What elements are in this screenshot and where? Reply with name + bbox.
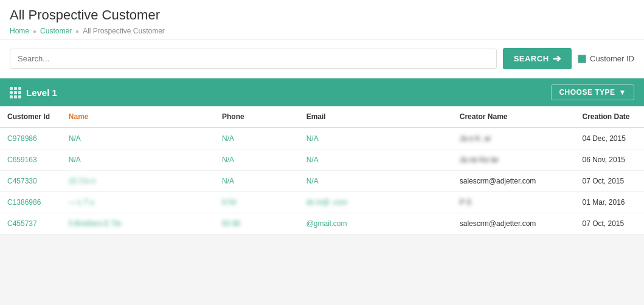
cell-name: 1C Co n <box>61 171 215 192</box>
cell-phone: N/A <box>215 171 299 192</box>
customer-id-label: Customer ID <box>590 54 634 63</box>
cell-phone: N/A <box>215 149 299 171</box>
cell-email: N/A <box>299 149 452 171</box>
search-input[interactable] <box>10 49 497 69</box>
search-button-label: SEARCH <box>514 54 549 63</box>
cell-date: 04 Dec, 2015 <box>575 128 644 149</box>
col-header-date: Creation Date <box>575 106 644 128</box>
cell-creator: Ja ne Ke lar <box>452 149 575 171</box>
table-header-bar: Level 1 CHOOSE TYPE ▼ <box>0 78 644 106</box>
breadcrumb-sep-1: ● <box>33 28 36 35</box>
cell-customer-id[interactable]: C1386986 <box>0 192 61 213</box>
cell-creator: P S <box>452 192 575 213</box>
page-title: All Prospective Customer <box>10 7 634 23</box>
cell-creator: salescrm@adjetter.com <box>452 171 575 192</box>
cell-phone: 9 54 <box>215 192 299 213</box>
cell-customer-id[interactable]: C455737 <box>0 213 61 235</box>
cell-email: @gmail.com <box>299 213 452 235</box>
choose-type-button[interactable]: CHOOSE TYPE ▼ <box>551 84 634 100</box>
cell-creator: salescrm@adjetter.com <box>452 213 575 235</box>
col-header-customerid: Customer Id <box>0 106 61 128</box>
cell-name: N/A <box>61 149 215 171</box>
breadcrumb-current: All Prospective Customer <box>83 27 165 35</box>
cell-name: — L T u <box>61 192 215 213</box>
search-bar: SEARCH ➔ Customer ID <box>0 39 644 78</box>
cell-phone: 93 98 <box>215 213 299 235</box>
breadcrumb-home[interactable]: Home <box>10 27 29 35</box>
page-header: All Prospective Customer Home ● Customer… <box>0 0 644 39</box>
col-header-creator: Creator Name <box>452 106 575 128</box>
table-row: C659163N/AN/AN/AJa ne Ke lar06 Nov, 2015 <box>0 149 644 171</box>
cell-creator: Ja e K. ar <box>452 128 575 149</box>
table-row: C4557375 Brothers E Tle93 98 @gmail.coms… <box>0 213 644 235</box>
customer-id-toggle[interactable]: Customer ID <box>578 54 634 63</box>
cell-customer-id[interactable]: C659163 <box>0 149 61 171</box>
breadcrumb-parent[interactable]: Customer <box>40 27 72 35</box>
table-section: Level 1 CHOOSE TYPE ▼ Customer Id Name P… <box>0 78 644 235</box>
cell-email: N/A <box>299 171 452 192</box>
table-row: C978986N/AN/AN/AJa e K. ar04 Dec, 2015 <box>0 128 644 149</box>
level-title: Level 1 <box>10 87 57 98</box>
cell-phone: N/A <box>215 128 299 149</box>
data-table: Customer Id Name Phone Email Creator Nam… <box>0 106 644 235</box>
cell-email: N/A <box>299 128 452 149</box>
cell-email: do in@ .com <box>299 192 452 213</box>
customer-id-checkbox[interactable] <box>578 55 586 63</box>
search-button[interactable]: SEARCH ➔ <box>503 48 572 69</box>
table-row: C4573301C Co nN/AN/Asalescrm@adjetter.co… <box>0 171 644 192</box>
grid-icon <box>10 87 21 98</box>
cell-customer-id[interactable]: C457330 <box>0 171 61 192</box>
breadcrumb-sep-2: ● <box>75 28 79 35</box>
breadcrumb: Home ● Customer ● All Prospective Custom… <box>10 27 634 35</box>
search-arrow-icon: ➔ <box>553 53 561 64</box>
cell-date: 07 Oct, 2015 <box>575 213 644 235</box>
cell-date: 07 Oct, 2015 <box>575 171 644 192</box>
choose-type-chevron: ▼ <box>619 88 626 97</box>
col-header-name: Name <box>61 106 215 128</box>
level-label: Level 1 <box>26 87 57 98</box>
cell-customer-id[interactable]: C978986 <box>0 128 61 149</box>
cell-name: 5 Brothers E Tle <box>61 213 215 235</box>
table-row: C1386986— L T u9 54do in@ .comP S01 Mar,… <box>0 192 644 213</box>
col-header-email: Email <box>299 106 452 128</box>
col-header-phone: Phone <box>215 106 299 128</box>
choose-type-label: CHOOSE TYPE <box>559 88 615 97</box>
cell-name: N/A <box>61 128 215 149</box>
table-header-row: Customer Id Name Phone Email Creator Nam… <box>0 106 644 128</box>
cell-date: 06 Nov, 2015 <box>575 149 644 171</box>
cell-date: 01 Mar, 2016 <box>575 192 644 213</box>
